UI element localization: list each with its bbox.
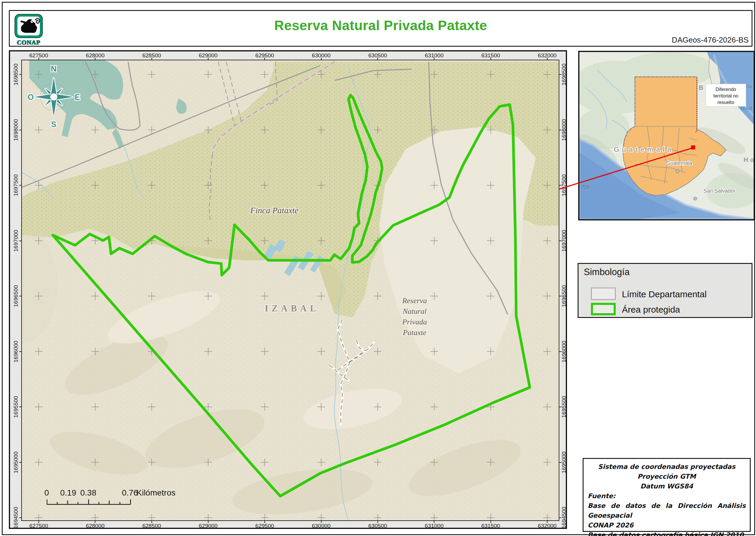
axis-tick [19, 351, 22, 352]
svg-text:Privada: Privada [402, 318, 427, 326]
departmental-boundary-swatch [591, 287, 616, 300]
inset-honduras-label: Ho [743, 156, 754, 163]
axis-label-bottom: 631000 [425, 523, 444, 529]
legend-item-protected-area: Área protegida [579, 303, 752, 317]
axis-label-bottom: 628000 [86, 523, 105, 529]
axis-label-bottom: 628500 [142, 523, 161, 529]
credits-source-line: CONAP 2026 [588, 520, 746, 530]
inset-country-label: Guatemala [614, 145, 674, 153]
axis-tick [547, 520, 548, 523]
inset-city2-label: San Salvador [704, 188, 735, 194]
axis-tick [434, 58, 434, 60]
territorial-note: Diferendo territorial no resuelto [706, 84, 746, 106]
axis-label-right: 1694500 [561, 507, 567, 529]
department-label: IZABAL [265, 303, 320, 314]
inset-belize-label: B [699, 84, 705, 91]
credits-box: Sistema de coordenadas proyectadas Proye… [583, 458, 751, 532]
axis-tick [559, 185, 561, 185]
axis-tick [490, 520, 491, 523]
scale-value: 0.38 [80, 488, 97, 498]
axis-label-left: 1698500 [13, 63, 19, 85]
conap-logo-text: CONAP [14, 39, 44, 46]
inset-map: Guatemala Guatemala San Salvador B Ho Gu… [578, 51, 755, 220]
compass-e: E [75, 93, 80, 102]
credits-line: Datum WGS84 [588, 481, 746, 491]
axis-tick [490, 58, 491, 60]
axis-tick [19, 296, 22, 296]
main-map: Finca Pataxte IZABAL Reserva Natural Pri… [22, 60, 559, 520]
inset-road-number: 721 [582, 184, 589, 190]
scale-ruler [47, 498, 131, 505]
axis-label-bottom: 629000 [199, 523, 217, 529]
scale-value: 0.76 [122, 488, 138, 498]
compass-rose: N E S O [28, 65, 81, 128]
axis-label-right: 1697000 [561, 230, 567, 252]
axis-tick [547, 58, 548, 60]
svg-text:Pataxte: Pataxte [402, 328, 426, 337]
axis-tick [559, 351, 561, 352]
header: CONAP Reserva Natural Privada Pataxte DA… [9, 10, 752, 47]
svg-text:Natural: Natural [402, 307, 427, 316]
axis-tick [19, 241, 22, 241]
axis-tick [377, 58, 378, 60]
axis-label-left: 1696000 [13, 341, 19, 362]
credits-source-line: Base de datos cartografía básica IGN 201… [588, 530, 746, 536]
axis-label-left: 1698000 [13, 119, 19, 141]
axis-tick [95, 520, 95, 523]
legend-item-departmental: Límite Departamental [579, 287, 752, 301]
axis-label-bottom: 631500 [481, 523, 500, 529]
axis-label-left: 1697500 [13, 174, 19, 196]
finca-label: Finca Pataxte [250, 206, 299, 215]
page-title: Reserva Natural Privada Pataxte [10, 17, 752, 33]
axis-label-right: 1697500 [561, 174, 567, 196]
axis-tick [95, 58, 95, 60]
scale-unit: Kilómetros [137, 488, 175, 498]
axis-tick [208, 58, 208, 60]
axis-label-left: 1695000 [13, 452, 19, 473]
svg-text:territorial no: territorial no [713, 93, 739, 98]
protected-area-swatch [591, 303, 616, 315]
axis-tick [559, 462, 561, 463]
axis-label-right: 1698500 [561, 63, 567, 85]
svg-text:Diferendo: Diferendo [715, 87, 736, 92]
axis-tick [264, 58, 265, 60]
axis-tick [19, 462, 22, 463]
axis-label-bottom: 630000 [312, 523, 331, 529]
credits-source-label: Fuente: [588, 491, 746, 501]
axis-tick [264, 520, 265, 523]
credits-source-line: Base de datos de la Dirección Análisis G… [588, 501, 746, 520]
axis-label-right: 1696000 [561, 341, 567, 362]
axis-tick [38, 520, 39, 523]
axis-tick [559, 296, 561, 296]
axis-tick [434, 520, 434, 523]
inset-city-label: Guatemala [666, 160, 693, 166]
axis-tick [19, 407, 22, 407]
scale-value: 0.19 [60, 488, 77, 498]
svg-text:Reserva: Reserva [402, 296, 427, 305]
map-document: CONAP Reserva Natural Privada Pataxte DA… [0, 0, 756, 536]
legend-title: Simbología [584, 267, 630, 278]
axis-tick [377, 520, 378, 523]
credits-line: Sistema de coordenadas proyectadas [588, 462, 746, 472]
axis-tick [559, 241, 561, 241]
compass-s: S [51, 120, 56, 128]
axis-label-bottom: 629500 [255, 523, 274, 529]
axis-label-right: 1698000 [561, 119, 567, 141]
axis-label-bottom: 632000 [538, 523, 556, 529]
axis-label-bottom: 627500 [29, 523, 48, 529]
inset-gulf-label-1: Gu [746, 84, 752, 89]
axis-tick [38, 58, 39, 60]
axis-label-right: 1695500 [561, 396, 567, 418]
axis-tick [321, 520, 322, 523]
inset-city2-dot [694, 197, 697, 200]
axis-label-left: 1695500 [13, 396, 19, 418]
axis-tick [559, 74, 561, 75]
svg-text:resuelto: resuelto [718, 100, 735, 105]
axis-label-right: 1696500 [561, 285, 567, 307]
axis-tick [19, 74, 22, 75]
axis-tick [559, 518, 561, 518]
axis-label-left: 1697000 [13, 230, 19, 252]
document-code: DAGeos-476-2026-BS [672, 35, 749, 45]
compass-n: N [51, 65, 57, 73]
inset-city-dot [676, 170, 679, 173]
